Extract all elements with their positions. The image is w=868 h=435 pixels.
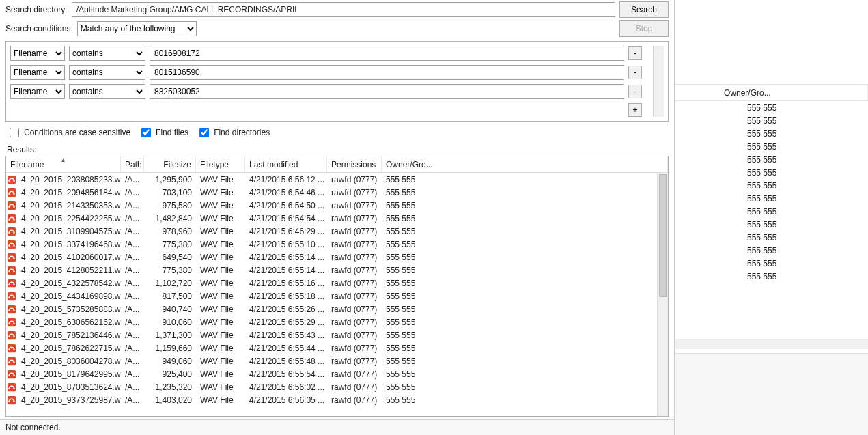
- right-row[interactable]: 555 555: [675, 140, 868, 153]
- right-row[interactable]: 555 555: [675, 244, 868, 257]
- condition-op-select[interactable]: contains: [69, 84, 145, 99]
- results-scrollbar[interactable]: [657, 173, 668, 416]
- right-row[interactable]: 555 555: [675, 270, 868, 283]
- svg-point-16: [8, 244, 10, 246]
- cell-filename: 4_20_2015_8703513624.wav: [17, 382, 121, 393]
- column-filetype[interactable]: Filetype: [196, 156, 245, 172]
- condition-op-select[interactable]: contains: [69, 46, 145, 61]
- svg-point-53: [13, 400, 14, 402]
- condition-row: Filenamecontains-: [10, 46, 642, 61]
- cell-last-modified: 4/21/2015 6:55:44 ...: [245, 343, 327, 354]
- condition-field-select[interactable]: Filename: [10, 84, 65, 99]
- table-row[interactable]: 4_20_2015_4102060017.wav/A...649,540WAV …: [6, 251, 657, 264]
- svg-point-37: [8, 335, 10, 337]
- cell-permissions: rawfd (0777): [327, 356, 382, 367]
- column-last-modified[interactable]: Last modified: [245, 156, 327, 172]
- svg-rect-21: [8, 266, 16, 274]
- table-row[interactable]: 4_20_2015_4128052211.wav/A...775,380WAV …: [6, 264, 657, 277]
- right-cell-owner: 555 555: [743, 167, 781, 178]
- table-row[interactable]: 4_20_2015_8036004278.wav/A...949,060WAV …: [6, 354, 657, 367]
- find-directories-checkbox[interactable]: Find directories: [197, 126, 270, 139]
- right-row[interactable]: 555 555: [675, 231, 868, 244]
- table-row[interactable]: 4_20_2015_9373725987.wav/A...1,403,020WA…: [6, 393, 657, 406]
- condition-value-input[interactable]: [150, 46, 624, 61]
- svg-point-10: [8, 219, 10, 220]
- svg-rect-3: [8, 188, 16, 196]
- remove-condition-button[interactable]: -: [628, 46, 642, 60]
- svg-rect-24: [8, 279, 16, 287]
- svg-point-41: [13, 348, 14, 350]
- table-row[interactable]: 4_20_2015_8179642995.wav/A...925,400WAV …: [6, 367, 657, 380]
- table-row[interactable]: 4_20_2015_3109904575.wav/A...978,960WAV …: [6, 225, 657, 238]
- right-row[interactable]: 555 555: [675, 166, 868, 179]
- table-row[interactable]: 4_20_2015_3374196468.wav/A...775,380WAV …: [6, 238, 657, 251]
- case-sensitive-checkbox[interactable]: Conditions are case sensitive: [7, 126, 130, 139]
- column-filename[interactable]: Filename▲: [6, 156, 121, 172]
- find-files-checkbox[interactable]: Find files: [139, 126, 188, 139]
- right-bottom-panel: [675, 353, 868, 435]
- condition-field-select[interactable]: Filename: [10, 46, 65, 61]
- svg-point-31: [8, 309, 10, 311]
- table-row[interactable]: 4_20_2015_7852136446.wav/A...1,371,300WA…: [6, 328, 657, 341]
- svg-point-52: [8, 400, 10, 402]
- column-path[interactable]: Path: [121, 156, 144, 172]
- table-row[interactable]: 4_20_2015_2254422255.wav/A...1,482,840WA…: [6, 212, 657, 225]
- table-row[interactable]: 4_20_2015_2038085233.wav/A...1,295,900WA…: [6, 173, 657, 186]
- svg-point-38: [13, 335, 14, 337]
- right-row[interactable]: 555 555: [675, 153, 868, 166]
- svg-point-46: [8, 374, 10, 376]
- audio-file-icon: [7, 227, 16, 236]
- table-row[interactable]: 4_20_2015_2143350353.wav/A...975,580WAV …: [6, 199, 657, 212]
- right-cell-owner: 555 555: [743, 128, 781, 139]
- audio-file-icon: [7, 343, 16, 353]
- cell-path: /A...: [121, 187, 144, 198]
- cell-filename: 4_20_2015_4128052211.wav: [17, 265, 121, 276]
- cell-filename: 4_20_2015_4434169898.wav: [17, 291, 121, 302]
- right-row[interactable]: 555 555: [675, 257, 868, 270]
- condition-op-select[interactable]: contains: [69, 65, 145, 80]
- table-row[interactable]: 4_20_2015_4434169898.wav/A...817,500WAV …: [6, 290, 657, 303]
- cell-filename: 4_20_2015_4102060017.wav: [17, 252, 121, 263]
- right-column-owner[interactable]: Owner/Gro...: [675, 85, 868, 100]
- condition-value-input[interactable]: [150, 65, 624, 80]
- right-row[interactable]: 555 555: [675, 101, 868, 114]
- results-header: Filename▲ Path Filesize Filetype Last mo…: [6, 156, 668, 173]
- table-row[interactable]: 4_20_2015_8703513624.wav/A...1,235,320WA…: [6, 380, 657, 393]
- svg-point-47: [13, 374, 14, 376]
- cell-filename: 4_20_2015_2038085233.wav: [17, 174, 121, 185]
- table-row[interactable]: 4_20_2015_4322578542.wav/A...1,102,720WA…: [6, 277, 657, 290]
- right-row[interactable]: 555 555: [675, 127, 868, 140]
- column-owner[interactable]: Owner/Gro...: [382, 156, 668, 172]
- right-row[interactable]: 555 555: [675, 205, 868, 218]
- cell-last-modified: 4/21/2015 6:54:54 ...: [245, 213, 327, 224]
- audio-file-icon: [7, 214, 16, 223]
- right-h-scrollbar[interactable]: [675, 339, 868, 349]
- right-row[interactable]: 555 555: [675, 114, 868, 127]
- remove-condition-button[interactable]: -: [628, 66, 642, 79]
- stop-button[interactable]: Stop: [619, 20, 669, 37]
- search-button[interactable]: Search: [619, 1, 669, 18]
- cell-permissions: rawfd (0777): [327, 200, 382, 211]
- cell-filename: 4_20_2015_2143350353.wav: [17, 200, 121, 211]
- cell-path: /A...: [121, 291, 144, 302]
- table-row[interactable]: 4_20_2015_6306562162.wav/A...910,060WAV …: [6, 315, 657, 328]
- condition-value-input[interactable]: [150, 84, 624, 99]
- search-directory-input[interactable]: [72, 2, 615, 17]
- right-row[interactable]: 555 555: [675, 192, 868, 205]
- table-row[interactable]: 4_20_2015_7862622715.wav/A...1,159,660WA…: [6, 341, 657, 354]
- search-conditions-select[interactable]: Match any of the following: [77, 21, 197, 36]
- right-row[interactable]: 555 555: [675, 218, 868, 231]
- cell-path: /A...: [121, 226, 144, 237]
- table-row[interactable]: 4_20_2015_2094856184.wav/A...703,100WAV …: [6, 186, 657, 199]
- table-row[interactable]: 4_20_2015_5735285883.wav/A...940,740WAV …: [6, 303, 657, 315]
- svg-rect-33: [8, 318, 16, 326]
- column-filesize[interactable]: Filesize: [144, 156, 196, 172]
- conditions-scrollbar[interactable]: [653, 46, 664, 117]
- right-row[interactable]: 555 555: [675, 179, 868, 192]
- column-permissions[interactable]: Permissions: [327, 156, 382, 172]
- remove-condition-button[interactable]: -: [628, 85, 642, 98]
- condition-field-select[interactable]: Filename: [10, 65, 65, 80]
- cell-path: /A...: [121, 252, 144, 263]
- add-condition-button[interactable]: +: [628, 103, 642, 117]
- cell-path: /A...: [121, 239, 144, 250]
